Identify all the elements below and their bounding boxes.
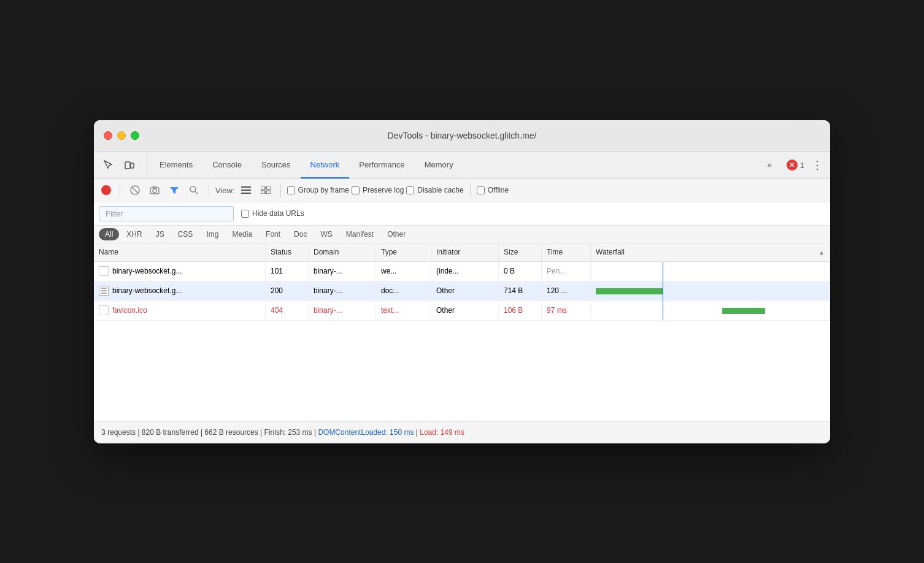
disable-cache-checkbox[interactable]	[406, 186, 414, 194]
nav-tabs: Elements Console Sources Network Perform…	[150, 152, 463, 178]
td-domain-1: binary-...	[309, 282, 376, 301]
svg-rect-1	[131, 163, 134, 168]
svg-rect-11	[241, 193, 251, 194]
devtools-body: Elements Console Sources Network Perform…	[94, 152, 830, 443]
main-toolbar: Elements Console Sources Network Perform…	[94, 152, 830, 179]
type-filters: AllXHRJSCSSImgMediaFontDocWSManifestOthe…	[94, 226, 830, 243]
divider-3	[280, 183, 281, 197]
devtools-menu-button[interactable]: ⋮	[809, 156, 825, 174]
svg-line-3	[132, 187, 138, 193]
type-filter-css[interactable]: CSS	[172, 228, 199, 240]
td-size-0: 0 B	[499, 262, 542, 281]
td-size-2: 106 B	[499, 301, 542, 320]
preserve-log-label[interactable]: Preserve log	[352, 186, 404, 194]
type-filter-doc[interactable]: Doc	[288, 228, 313, 240]
type-filter-font[interactable]: Font	[260, 228, 287, 240]
td-type-1: doc...	[376, 282, 431, 301]
view-grouped-button[interactable]	[257, 182, 274, 199]
type-filter-media[interactable]: Media	[226, 228, 258, 240]
svg-point-7	[190, 186, 196, 192]
type-filter-ws[interactable]: WS	[314, 228, 338, 240]
divider-1	[120, 183, 120, 197]
td-status-0: 101	[266, 262, 309, 281]
svg-rect-0	[125, 162, 130, 169]
type-filter-xhr[interactable]: XHR	[120, 228, 148, 240]
table-row[interactable]: binary-websocket.g... 200 binary-... doc…	[94, 282, 830, 301]
td-waterfall-0	[591, 262, 830, 281]
hide-data-urls-checkbox[interactable]	[241, 210, 249, 218]
offline-label[interactable]: Offline	[477, 186, 509, 194]
file-icon-2	[99, 305, 109, 315]
group-by-frame-checkbox[interactable]	[287, 186, 295, 194]
window-title: DevTools - binary-websocket.glitch.me/	[388, 131, 537, 140]
preserve-log-checkbox[interactable]	[352, 186, 360, 194]
type-filter-js[interactable]: JS	[150, 228, 171, 240]
device-toggle-button[interactable]	[120, 155, 139, 175]
type-filter-manifest[interactable]: Manifest	[340, 228, 380, 240]
th-status[interactable]: Status	[266, 243, 309, 261]
tab-sources[interactable]: Sources	[252, 151, 301, 178]
th-domain[interactable]: Domain	[309, 243, 376, 261]
maximize-button[interactable]	[131, 131, 139, 140]
offline-checkbox[interactable]	[477, 186, 485, 194]
toolbar-right: » ✕ 1 ⋮	[758, 151, 825, 178]
minimize-button[interactable]	[117, 131, 126, 140]
th-time[interactable]: Time	[542, 243, 591, 261]
td-time-1: 120 ...	[542, 282, 591, 301]
waterfall-bar-2	[722, 308, 765, 314]
network-table: Name Status Domain Type Initiator Size T…	[94, 243, 830, 421]
td-initiator-1: Other	[431, 282, 499, 301]
th-type[interactable]: Type	[376, 243, 431, 261]
table-header: Name Status Domain Type Initiator Size T…	[94, 243, 830, 262]
th-size[interactable]: Size	[499, 243, 542, 261]
record-button[interactable]	[101, 185, 111, 195]
tab-memory[interactable]: Memory	[415, 151, 463, 178]
type-filter-all[interactable]: All	[99, 228, 119, 240]
type-filter-other[interactable]: Other	[381, 228, 412, 240]
table-row[interactable]: binary-websocket.g... 101 binary-... we.…	[94, 262, 830, 282]
td-domain-0: binary-...	[309, 262, 376, 281]
tab-console[interactable]: Console	[202, 151, 252, 178]
table-row[interactable]: favicon.ico 404 binary-... text... Other…	[94, 301, 830, 321]
search-button[interactable]	[185, 182, 202, 199]
inspect-icon-button[interactable]	[99, 155, 118, 175]
th-waterfall[interactable]: Waterfall ▲	[591, 243, 830, 261]
group-by-frame-label[interactable]: Group by frame	[287, 186, 349, 194]
filter-input[interactable]	[99, 206, 234, 221]
th-initiator[interactable]: Initiator	[431, 243, 499, 261]
svg-rect-10	[241, 190, 251, 191]
view-list-button[interactable]	[237, 182, 255, 199]
td-name-1: binary-websocket.g...	[94, 282, 266, 301]
tab-performance[interactable]: Performance	[349, 151, 414, 178]
devtools-window: DevTools - binary-websocket.glitch.me/	[94, 120, 830, 443]
td-status-1: 200	[266, 282, 309, 301]
td-name-2: favicon.ico	[94, 301, 266, 320]
th-name[interactable]: Name	[94, 243, 266, 261]
sort-arrow-icon: ▲	[818, 249, 825, 256]
waterfall-line-0	[663, 262, 663, 281]
filter-button[interactable]	[166, 182, 183, 199]
status-bar: 3 requests | 820 B transferred | 662 B r…	[94, 421, 830, 443]
clear-button[interactable]	[126, 182, 144, 199]
divider-4	[470, 183, 471, 197]
file-icon-0	[99, 266, 109, 276]
td-name-0: binary-websocket.g...	[94, 262, 266, 281]
tab-elements[interactable]: Elements	[150, 151, 202, 178]
more-tabs-button[interactable]: »	[758, 151, 782, 178]
network-toolbar: View:	[94, 179, 830, 202]
disable-cache-label[interactable]: Disable cache	[406, 186, 463, 194]
camera-button[interactable]	[146, 182, 163, 199]
view-label: View:	[215, 186, 235, 195]
td-status-2: 404	[266, 301, 309, 320]
file-icon-1	[99, 286, 109, 296]
type-filter-img[interactable]: Img	[200, 228, 225, 240]
tab-network[interactable]: Network	[301, 151, 350, 178]
hide-data-urls-label[interactable]: Hide data URLs	[241, 209, 304, 218]
svg-point-5	[153, 189, 156, 193]
dom-content-loaded-text: DOMContentLoaded: 150 ms	[318, 428, 414, 437]
close-button[interactable]	[104, 131, 112, 140]
td-initiator-2: Other	[431, 301, 499, 320]
td-size-1: 714 B	[499, 282, 542, 301]
error-count: 1	[800, 161, 804, 170]
title-bar: DevTools - binary-websocket.glitch.me/	[94, 120, 830, 152]
